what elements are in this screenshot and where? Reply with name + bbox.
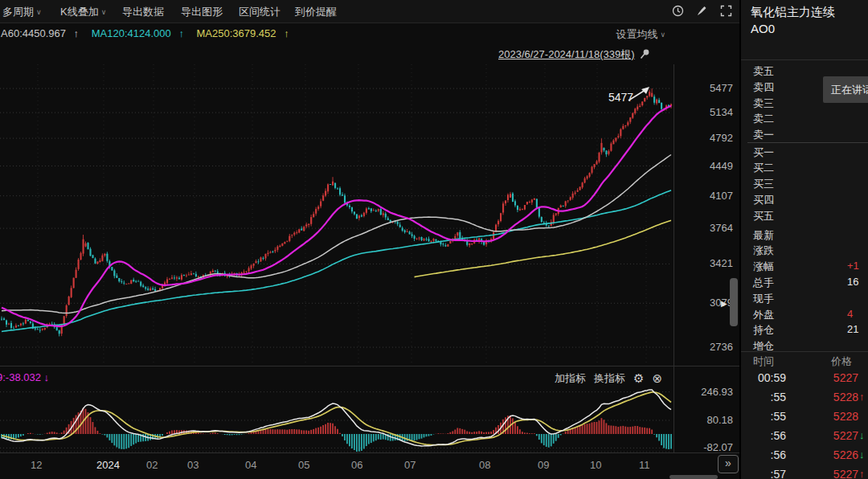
time-tick: 08 bbox=[479, 459, 490, 471]
price-tick: 3764 bbox=[677, 222, 733, 234]
pin-icon[interactable] bbox=[640, 49, 650, 62]
up-arrow-icon: ↑ bbox=[859, 468, 865, 479]
indicator-toolbar: 加指标 换指标 ⚙ ⊗ bbox=[555, 371, 662, 386]
quote-row-label: 卖一 bbox=[753, 128, 774, 142]
info-row-label: 外盘 bbox=[753, 308, 774, 322]
tick-price: 5227 bbox=[821, 429, 858, 442]
clock-icon[interactable] bbox=[670, 3, 685, 18]
skip-to-latest-button[interactable]: » bbox=[718, 455, 739, 473]
ma120-value: MA120:4124.000 ↑ bbox=[92, 27, 189, 39]
quote-row-买三: 买三 bbox=[741, 175, 868, 191]
quote-panel: 氧化铝主力连续 AO0 卖五卖四卖三卖二卖一买一买二买三买四买五最新涨跌涨幅+1… bbox=[739, 0, 868, 479]
gear-icon[interactable]: ⚙ bbox=[633, 371, 644, 386]
top-toolbar: 多周期∨K线叠加∨导出数据导出图形区间统计到价提醒 bbox=[0, 0, 739, 23]
info-row-label: 现手 bbox=[753, 292, 774, 306]
time-tick: 11 bbox=[639, 459, 650, 471]
info-row-label: 总手 bbox=[753, 276, 774, 290]
toolbar-item-2[interactable]: K线叠加∨ bbox=[60, 5, 106, 19]
axis-divider bbox=[674, 64, 674, 452]
ma-settings-button[interactable]: 设置均线∨ bbox=[616, 27, 665, 42]
col-time: 时间 bbox=[753, 354, 774, 369]
tick-price: 5228 bbox=[821, 410, 858, 423]
toolbar-icons bbox=[670, 3, 733, 18]
time-tick: 06 bbox=[351, 459, 362, 471]
voice-overlay: 正在讲话 bbox=[823, 76, 868, 103]
panel-divider2 bbox=[741, 351, 868, 352]
quote-row-label: 卖五 bbox=[753, 64, 774, 79]
info-row-持仓: 持仓21 bbox=[741, 321, 868, 338]
toolbar-item-1[interactable]: 多周期∨ bbox=[2, 5, 42, 19]
instrument-title: 氧化铝主力连续 AO0 bbox=[751, 3, 835, 37]
chart-region: 多周期∨K线叠加∨导出数据导出图形区间统计到价提醒 A60:4450.967 ↑… bbox=[0, 0, 739, 479]
time-tick: 02 bbox=[146, 459, 158, 471]
quote-row-label: 买三 bbox=[753, 177, 774, 191]
tick-price: 5226 bbox=[821, 448, 858, 461]
tick-time: :55 bbox=[741, 391, 786, 403]
expand-icon[interactable] bbox=[719, 3, 733, 18]
quote-row-label: 卖三 bbox=[753, 96, 774, 111]
quote-row-label: 买五 bbox=[753, 209, 774, 223]
time-tick: 10 bbox=[590, 459, 601, 471]
info-row-value: +1 bbox=[847, 260, 859, 272]
ma250-value: MA250:3679.452 ↑ bbox=[197, 27, 294, 39]
time-tick: 2024 bbox=[96, 459, 120, 471]
toolbar-item-5[interactable]: 区间统计 bbox=[239, 5, 280, 19]
panel-divider bbox=[741, 59, 868, 60]
xaxis-divider bbox=[0, 452, 739, 453]
macd-tick: 246.93 bbox=[677, 386, 733, 398]
price-tick: 4449 bbox=[677, 160, 733, 172]
quote-row-label: 卖二 bbox=[753, 112, 774, 126]
info-row-value: 16 bbox=[847, 276, 858, 288]
time-tick: 09 bbox=[538, 459, 549, 471]
quote-row-卖一: 卖一 bbox=[741, 126, 868, 142]
quote-row-label: 买四 bbox=[753, 193, 774, 207]
info-row-涨幅: 涨幅+1 bbox=[741, 258, 868, 274]
panel-collapse-arrow-icon[interactable]: ▶ bbox=[721, 299, 727, 308]
info-row-value: 21 bbox=[847, 323, 858, 335]
time-tick: 12 bbox=[31, 459, 42, 471]
horizontal-scrollbar-thumb[interactable] bbox=[669, 475, 718, 479]
toolbar-item-3[interactable]: 导出数据 bbox=[122, 5, 164, 19]
macd-tick: 80.18 bbox=[677, 414, 733, 426]
time-tick: 05 bbox=[298, 459, 309, 471]
quote-row-label: 买一 bbox=[753, 145, 774, 160]
time-tick: 07 bbox=[404, 459, 416, 471]
down-arrow-icon: ↓ bbox=[859, 448, 865, 461]
chevron-down-icon: ∨ bbox=[36, 8, 42, 16]
col-price: 价格 bbox=[831, 354, 852, 369]
price-tick: 2736 bbox=[677, 341, 733, 353]
info-row-value: 4 bbox=[847, 308, 853, 320]
info-row-最新: 最新 bbox=[741, 227, 868, 243]
price-tick: 5477 bbox=[677, 82, 733, 94]
panel-resize-handle[interactable] bbox=[730, 278, 738, 326]
info-row-label: 涨幅 bbox=[753, 260, 774, 274]
quote-row-label: 卖四 bbox=[753, 80, 774, 95]
tick-price: 5227 bbox=[821, 371, 858, 384]
time-tick: 03 bbox=[187, 459, 199, 471]
toolbar-item-6[interactable]: 到价提醒 bbox=[295, 5, 337, 19]
info-row-label: 持仓 bbox=[753, 323, 774, 338]
price-tick: 5134 bbox=[677, 106, 733, 118]
info-row-外盘: 外盘4 bbox=[741, 306, 868, 322]
quote-row-买一: 买一 bbox=[741, 144, 868, 160]
info-row-现手: 现手 bbox=[741, 290, 868, 306]
tick-time: :55 bbox=[741, 410, 786, 423]
info-row-总手: 总手16 bbox=[741, 274, 868, 290]
macd-value-label: 9:-38.032 ↓ bbox=[0, 371, 49, 383]
down-arrow-icon: ↓ bbox=[859, 429, 865, 441]
price-tick: 3421 bbox=[677, 257, 733, 269]
info-row-涨跌: 涨跌 bbox=[741, 242, 868, 258]
candlestick-chart[interactable] bbox=[0, 64, 674, 366]
add-indicator-button[interactable]: 加指标 bbox=[555, 371, 586, 386]
brush-icon[interactable] bbox=[694, 3, 709, 18]
tick-time: :56 bbox=[741, 448, 786, 461]
date-range-link[interactable]: 2023/6/27-2024/11/18(339根) bbox=[498, 48, 635, 60]
tick-time: :57 bbox=[741, 468, 786, 479]
quote-row-买五: 买五 bbox=[741, 207, 868, 223]
quote-row-label: 买二 bbox=[753, 161, 774, 175]
close-icon[interactable]: ⊗ bbox=[652, 371, 662, 386]
toolbar-item-4[interactable]: 导出图形 bbox=[181, 5, 223, 19]
switch-indicator-button[interactable]: 换指标 bbox=[594, 371, 625, 386]
peak-annotation-arrow bbox=[627, 80, 656, 103]
price-tick: 4792 bbox=[677, 132, 733, 144]
